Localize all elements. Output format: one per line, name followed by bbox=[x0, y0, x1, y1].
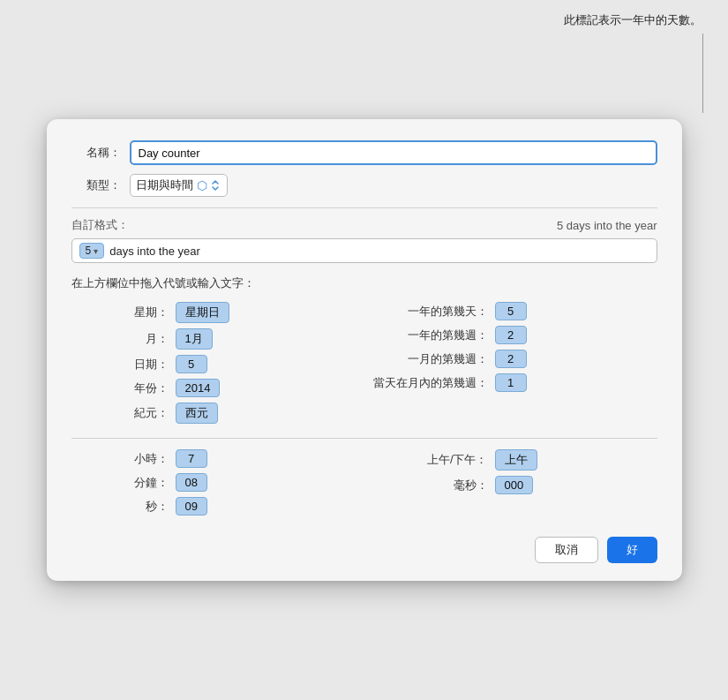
double-chevron-icon bbox=[209, 179, 221, 192]
token-row-week-of-year: 一年的第幾週： 2 bbox=[373, 326, 657, 344]
token-week-of-year-label: 一年的第幾週： bbox=[373, 327, 488, 343]
custom-format-label: 自訂格式： bbox=[71, 217, 129, 233]
token-year-value[interactable]: 2014 bbox=[176, 379, 221, 397]
type-select-label: 日期與時間 bbox=[136, 177, 193, 193]
token-row-weekday: 星期： 星期日 bbox=[71, 302, 356, 323]
token-day-value[interactable]: 5 bbox=[176, 355, 207, 373]
bottom-buttons: 取消 好 bbox=[71, 537, 657, 563]
token-day-of-year-value[interactable]: 5 bbox=[495, 302, 527, 320]
format-bar[interactable]: 5 ▾ days into the year bbox=[71, 238, 657, 263]
time-tokens-right: 上午/下午： 上午 毫秒： 000 bbox=[373, 449, 657, 521]
token-row-day-of-year: 一年的第幾天： 5 bbox=[373, 302, 657, 320]
token-week-of-year-value[interactable]: 2 bbox=[495, 326, 527, 344]
token-row-day: 日期： 5 bbox=[71, 355, 356, 373]
token-day-label: 日期： bbox=[71, 357, 169, 373]
section-divider bbox=[71, 438, 657, 439]
format-token[interactable]: 5 ▾ bbox=[79, 243, 105, 259]
token-weekday-value[interactable]: 星期日 bbox=[176, 302, 229, 323]
name-label: 名稱： bbox=[71, 145, 121, 161]
token-weekday-label: 星期： bbox=[71, 305, 169, 320]
token-second-value[interactable]: 09 bbox=[176, 497, 207, 516]
token-row-minute: 分鐘： 08 bbox=[71, 473, 356, 492]
token-hour-label: 小時： bbox=[71, 451, 169, 467]
token-millisecond-label: 毫秒： bbox=[373, 478, 488, 493]
type-row: 類型： 日期與時間 ⬡ bbox=[71, 174, 657, 197]
divider-1 bbox=[71, 207, 657, 208]
token-month-label: 月： bbox=[71, 331, 169, 347]
token-week-of-month-label: 一月的第幾週： bbox=[373, 351, 488, 367]
time-tokens-left: 小時： 7 分鐘： 08 秒： 09 bbox=[71, 449, 356, 521]
token-row-millisecond: 毫秒： 000 bbox=[373, 476, 657, 494]
format-text: days into the year bbox=[109, 245, 200, 258]
token-millisecond-value[interactable]: 000 bbox=[495, 476, 534, 494]
date-tokens-right: 一年的第幾天： 5 一年的第幾週： 2 一月的第幾週： 2 當天在月內的第幾週：… bbox=[373, 302, 657, 429]
token-row-era: 紀元： 西元 bbox=[71, 403, 356, 424]
custom-format-row: 自訂格式： 5 days into the year bbox=[71, 217, 657, 233]
type-select[interactable]: 日期與時間 ⬡ bbox=[130, 174, 228, 197]
token-week-in-month-label: 當天在月內的第幾週： bbox=[373, 375, 488, 391]
token-day-of-year-label: 一年的第幾天： bbox=[373, 304, 488, 320]
token-row-hour: 小時： 7 bbox=[71, 449, 356, 468]
format-token-value: 5 bbox=[86, 245, 92, 257]
time-tokens-grid: 小時： 7 分鐘： 08 秒： 09 上午/下午： 上午 bbox=[71, 449, 657, 521]
token-hour-value[interactable]: 7 bbox=[176, 449, 207, 468]
token-minute-label: 分鐘： bbox=[71, 475, 169, 491]
tooltip-text: 此標記表示一年中的天數。 bbox=[564, 12, 702, 28]
chevron-icon: ⬡ bbox=[197, 178, 207, 192]
token-month-value[interactable]: 1月 bbox=[176, 328, 213, 350]
token-row-month: 月： 1月 bbox=[71, 328, 356, 350]
token-week-of-month-value[interactable]: 2 bbox=[495, 350, 527, 368]
date-tokens-left: 星期： 星期日 月： 1月 日期： 5 年份： 2014 紀元： 西元 bbox=[71, 302, 356, 429]
drag-hint: 在上方欄位中拖入代號或輸入文字： bbox=[71, 275, 657, 291]
format-token-arrow-icon: ▾ bbox=[94, 246, 98, 256]
tooltip-line bbox=[702, 34, 703, 113]
token-year-label: 年份： bbox=[71, 380, 169, 396]
token-minute-value[interactable]: 08 bbox=[176, 473, 207, 492]
token-week-in-month-value[interactable]: 1 bbox=[495, 373, 527, 392]
type-label: 類型： bbox=[71, 177, 121, 193]
token-row-ampm: 上午/下午： 上午 bbox=[373, 449, 657, 470]
custom-format-preview: 5 days into the year bbox=[557, 219, 657, 232]
token-row-second: 秒： 09 bbox=[71, 497, 356, 516]
dialog: 名稱： 類型： 日期與時間 ⬡ 自訂格式： 5 days into the ye… bbox=[47, 119, 682, 581]
token-row-week-of-month: 一月的第幾週： 2 bbox=[373, 350, 657, 368]
name-input[interactable] bbox=[130, 140, 657, 165]
token-row-year: 年份： 2014 bbox=[71, 379, 356, 397]
token-second-label: 秒： bbox=[71, 499, 169, 515]
token-ampm-label: 上午/下午： bbox=[373, 452, 488, 468]
token-ampm-value[interactable]: 上午 bbox=[495, 449, 537, 470]
cancel-button[interactable]: 取消 bbox=[535, 537, 598, 563]
token-era-value[interactable]: 西元 bbox=[176, 403, 218, 424]
token-era-label: 紀元： bbox=[71, 405, 169, 421]
name-row: 名稱： bbox=[71, 140, 657, 165]
ok-button[interactable]: 好 bbox=[607, 537, 657, 563]
date-tokens-grid: 星期： 星期日 月： 1月 日期： 5 年份： 2014 紀元： 西元 bbox=[71, 302, 657, 429]
token-row-week-in-month: 當天在月內的第幾週： 1 bbox=[373, 373, 657, 392]
